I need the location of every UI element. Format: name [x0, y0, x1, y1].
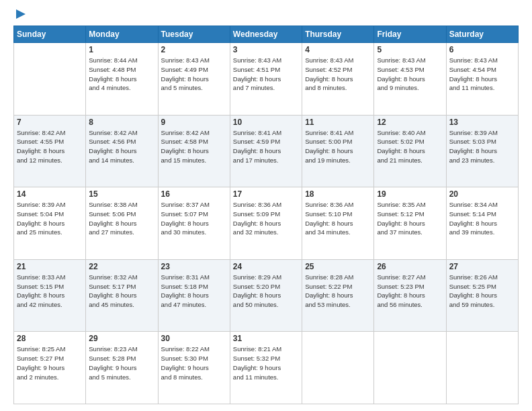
day-info: Sunrise: 8:23 AM Sunset: 5:28 PM Dayligh…: [89, 345, 154, 381]
calendar-cell: 12Sunrise: 8:40 AM Sunset: 5:02 PM Dayli…: [374, 115, 446, 187]
day-info: Sunrise: 8:41 AM Sunset: 4:59 PM Dayligh…: [233, 128, 299, 165]
day-info: Sunrise: 8:25 AM Sunset: 5:27 PM Dayligh…: [17, 345, 83, 381]
page: SundayMondayTuesdayWednesdayThursdayFrid…: [0, 0, 532, 411]
day-info: Sunrise: 8:27 AM Sunset: 5:23 PM Dayligh…: [377, 273, 443, 310]
logo: [13, 11, 27, 20]
day-number: 24: [233, 262, 299, 271]
weekday-header-thursday: Thursday: [302, 26, 374, 43]
weekday-header-wednesday: Wednesday: [230, 26, 302, 43]
weekday-header-friday: Friday: [374, 26, 446, 43]
calendar-cell: 16Sunrise: 8:37 AM Sunset: 5:07 PM Dayli…: [158, 187, 230, 260]
calendar-cell: 9Sunrise: 8:42 AM Sunset: 4:58 PM Daylig…: [158, 115, 230, 187]
day-info: Sunrise: 8:43 AM Sunset: 4:54 PM Dayligh…: [449, 56, 515, 93]
weekday-header-saturday: Saturday: [446, 26, 518, 43]
day-number: 31: [233, 334, 299, 343]
day-info: Sunrise: 8:31 AM Sunset: 5:18 PM Dayligh…: [161, 273, 227, 310]
calendar-cell: [446, 332, 518, 404]
calendar-cell: 6Sunrise: 8:43 AM Sunset: 4:54 PM Daylig…: [446, 43, 518, 116]
day-info: Sunrise: 8:29 AM Sunset: 5:20 PM Dayligh…: [233, 273, 299, 310]
calendar-cell: 18Sunrise: 8:36 AM Sunset: 5:10 PM Dayli…: [302, 187, 374, 260]
day-number: 25: [305, 262, 371, 271]
day-number: 20: [449, 189, 515, 199]
calendar-cell: 31Sunrise: 8:21 AM Sunset: 5:32 PM Dayli…: [230, 332, 302, 404]
calendar-cell: 5Sunrise: 8:43 AM Sunset: 4:53 PM Daylig…: [374, 43, 446, 116]
day-number: 8: [89, 118, 154, 127]
day-info: Sunrise: 8:43 AM Sunset: 4:51 PM Dayligh…: [233, 56, 299, 93]
calendar-cell: 30Sunrise: 8:22 AM Sunset: 5:30 PM Dayli…: [158, 332, 230, 404]
calendar-week-row: 21Sunrise: 8:33 AM Sunset: 5:15 PM Dayli…: [14, 259, 519, 332]
day-number: 26: [377, 262, 443, 271]
day-number: 18: [305, 189, 371, 199]
day-number: 4: [305, 45, 371, 54]
calendar-cell: 3Sunrise: 8:43 AM Sunset: 4:51 PM Daylig…: [230, 43, 302, 116]
calendar-cell: 15Sunrise: 8:38 AM Sunset: 5:06 PM Dayli…: [86, 187, 158, 260]
calendar-cell: 13Sunrise: 8:39 AM Sunset: 5:03 PM Dayli…: [446, 115, 518, 187]
day-info: Sunrise: 8:35 AM Sunset: 5:12 PM Dayligh…: [377, 200, 443, 237]
day-info: Sunrise: 8:33 AM Sunset: 5:15 PM Dayligh…: [17, 273, 83, 310]
day-number: 28: [17, 334, 83, 343]
calendar-cell: [374, 332, 446, 404]
day-number: 22: [89, 262, 154, 271]
day-info: Sunrise: 8:22 AM Sunset: 5:30 PM Dayligh…: [161, 345, 227, 381]
day-number: 27: [449, 262, 515, 271]
day-info: Sunrise: 8:26 AM Sunset: 5:25 PM Dayligh…: [449, 273, 515, 310]
calendar-cell: 1Sunrise: 8:44 AM Sunset: 4:48 PM Daylig…: [86, 43, 158, 116]
calendar-cell: 11Sunrise: 8:41 AM Sunset: 5:00 PM Dayli…: [302, 115, 374, 187]
calendar-cell: 17Sunrise: 8:36 AM Sunset: 5:09 PM Dayli…: [230, 187, 302, 260]
calendar-cell: 26Sunrise: 8:27 AM Sunset: 5:23 PM Dayli…: [374, 259, 446, 332]
weekday-header-monday: Monday: [86, 26, 158, 43]
day-number: 12: [377, 118, 443, 127]
calendar-cell: 10Sunrise: 8:41 AM Sunset: 4:59 PM Dayli…: [230, 115, 302, 187]
day-number: 29: [89, 334, 154, 343]
day-number: 30: [161, 334, 227, 343]
day-info: Sunrise: 8:40 AM Sunset: 5:02 PM Dayligh…: [377, 128, 443, 165]
weekday-header-tuesday: Tuesday: [158, 26, 230, 43]
day-number: 5: [377, 45, 443, 54]
day-info: Sunrise: 8:43 AM Sunset: 4:53 PM Dayligh…: [377, 56, 443, 93]
calendar-cell: 14Sunrise: 8:39 AM Sunset: 5:04 PM Dayli…: [14, 187, 86, 260]
day-number: 6: [449, 45, 515, 54]
calendar-week-row: 28Sunrise: 8:25 AM Sunset: 5:27 PM Dayli…: [14, 332, 519, 404]
day-number: 3: [233, 45, 299, 54]
day-number: 19: [377, 189, 443, 199]
calendar-header-row: SundayMondayTuesdayWednesdayThursdayFrid…: [14, 26, 519, 43]
calendar-cell: 19Sunrise: 8:35 AM Sunset: 5:12 PM Dayli…: [374, 187, 446, 260]
day-info: Sunrise: 8:21 AM Sunset: 5:32 PM Dayligh…: [233, 345, 299, 381]
day-number: 16: [161, 189, 227, 199]
day-info: Sunrise: 8:43 AM Sunset: 4:49 PM Dayligh…: [161, 56, 227, 93]
day-number: 7: [17, 118, 83, 127]
day-number: 14: [17, 189, 83, 199]
day-info: Sunrise: 8:32 AM Sunset: 5:17 PM Dayligh…: [89, 273, 154, 310]
logo-flag-icon: [15, 8, 27, 20]
calendar-table: SundayMondayTuesdayWednesdayThursdayFrid…: [13, 26, 519, 404]
calendar-cell: 23Sunrise: 8:31 AM Sunset: 5:18 PM Dayli…: [158, 259, 230, 332]
day-info: Sunrise: 8:42 AM Sunset: 4:58 PM Dayligh…: [161, 128, 227, 165]
calendar-cell: 8Sunrise: 8:42 AM Sunset: 4:56 PM Daylig…: [86, 115, 158, 187]
day-info: Sunrise: 8:39 AM Sunset: 5:04 PM Dayligh…: [17, 200, 83, 237]
calendar-week-row: 1Sunrise: 8:44 AM Sunset: 4:48 PM Daylig…: [14, 43, 519, 116]
calendar-cell: 4Sunrise: 8:43 AM Sunset: 4:52 PM Daylig…: [302, 43, 374, 116]
weekday-header-sunday: Sunday: [14, 26, 86, 43]
day-info: Sunrise: 8:39 AM Sunset: 5:03 PM Dayligh…: [449, 128, 515, 165]
day-number: 21: [17, 262, 83, 271]
calendar-cell: 20Sunrise: 8:34 AM Sunset: 5:14 PM Dayli…: [446, 187, 518, 260]
day-info: Sunrise: 8:41 AM Sunset: 5:00 PM Dayligh…: [305, 128, 371, 165]
day-info: Sunrise: 8:38 AM Sunset: 5:06 PM Dayligh…: [89, 200, 154, 237]
day-info: Sunrise: 8:44 AM Sunset: 4:48 PM Dayligh…: [89, 56, 154, 93]
day-info: Sunrise: 8:42 AM Sunset: 4:55 PM Dayligh…: [17, 128, 83, 165]
calendar-week-row: 7Sunrise: 8:42 AM Sunset: 4:55 PM Daylig…: [14, 115, 519, 187]
calendar-cell: 7Sunrise: 8:42 AM Sunset: 4:55 PM Daylig…: [14, 115, 86, 187]
day-info: Sunrise: 8:28 AM Sunset: 5:22 PM Dayligh…: [305, 273, 371, 310]
calendar-cell: 28Sunrise: 8:25 AM Sunset: 5:27 PM Dayli…: [14, 332, 86, 404]
day-info: Sunrise: 8:34 AM Sunset: 5:14 PM Dayligh…: [449, 200, 515, 237]
day-info: Sunrise: 8:36 AM Sunset: 5:10 PM Dayligh…: [305, 200, 371, 237]
day-number: 15: [89, 189, 154, 199]
calendar-cell: [14, 43, 86, 116]
calendar-week-row: 14Sunrise: 8:39 AM Sunset: 5:04 PM Dayli…: [14, 187, 519, 260]
calendar-cell: 29Sunrise: 8:23 AM Sunset: 5:28 PM Dayli…: [86, 332, 158, 404]
svg-marker-0: [16, 9, 26, 19]
day-number: 10: [233, 118, 299, 127]
day-number: 11: [305, 118, 371, 127]
day-number: 13: [449, 118, 515, 127]
calendar-cell: 25Sunrise: 8:28 AM Sunset: 5:22 PM Dayli…: [302, 259, 374, 332]
